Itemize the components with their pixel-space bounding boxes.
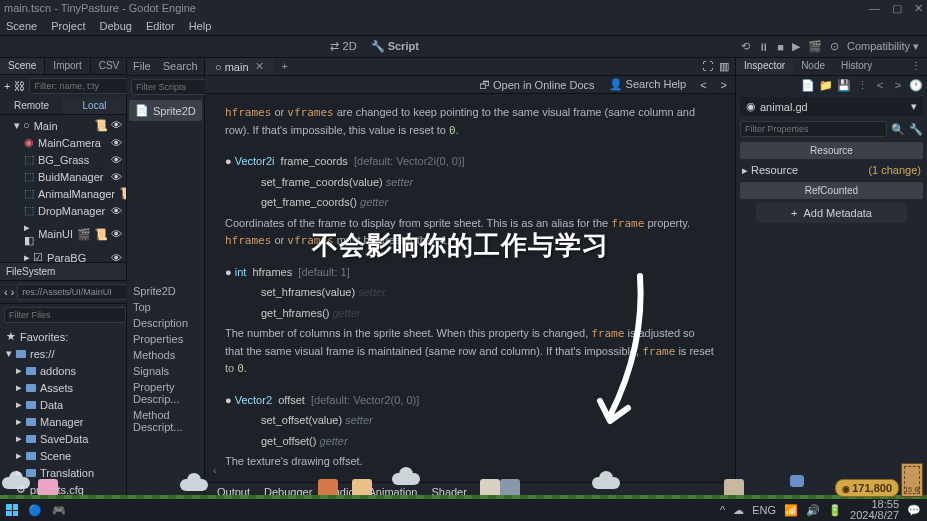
script-list-item[interactable]: 📄Sprite2D xyxy=(129,100,202,121)
nav-back-icon[interactable]: ‹ xyxy=(4,286,8,298)
tab-inspector[interactable]: Inspector xyxy=(736,58,793,75)
section-refcounted[interactable]: RefCounted xyxy=(740,182,923,199)
remote-tab[interactable]: Remote xyxy=(0,97,63,114)
minimize-icon[interactable]: — xyxy=(869,2,880,15)
fs-favorites[interactable]: ★Favorites: xyxy=(0,328,126,345)
menu-editor[interactable]: Editor xyxy=(146,20,175,32)
battery-icon[interactable]: 🔋 xyxy=(828,504,842,517)
fs-filter-input[interactable] xyxy=(4,307,126,323)
tool-icon[interactable]: 🔧 xyxy=(909,123,923,136)
panel-icon[interactable]: ▥ xyxy=(719,60,729,73)
tab-history[interactable]: History xyxy=(833,58,880,75)
nav-fwd-icon[interactable]: > xyxy=(721,79,727,91)
tree-item[interactable]: ⬚AnimalManager📜👁 xyxy=(0,185,126,202)
outline-item[interactable]: Signals xyxy=(133,363,198,379)
section-resource-row[interactable]: ▸ Resource(1 change) xyxy=(736,161,927,180)
fs-root[interactable]: ▾res:// xyxy=(0,345,126,362)
maximize-icon[interactable]: ▢ xyxy=(892,2,902,15)
bottom-output[interactable]: Output xyxy=(217,486,250,498)
fwd-icon[interactable]: > xyxy=(891,79,905,92)
close-icon[interactable]: ✕ xyxy=(914,2,923,15)
notifications-icon[interactable]: 💬 xyxy=(907,504,921,517)
nav-back-icon[interactable]: < xyxy=(700,79,706,91)
fs-folder[interactable]: ▸Assets xyxy=(0,379,126,396)
link-icon[interactable]: ⛓ xyxy=(14,80,25,92)
section-resource[interactable]: Resource xyxy=(740,142,923,159)
outline-item[interactable]: Description xyxy=(133,315,198,331)
tab-node[interactable]: Node xyxy=(793,58,833,75)
history-icon[interactable]: 🕐 xyxy=(909,79,923,92)
scroll-left-icon[interactable]: ‹ xyxy=(213,462,217,479)
bottom-shader[interactable]: Shader xyxy=(431,486,466,498)
tray-cloud-icon[interactable]: ☁ xyxy=(733,504,744,517)
start-button[interactable] xyxy=(6,504,18,516)
run-icon[interactable]: ▶ xyxy=(792,40,800,53)
stop-icon[interactable]: ■ xyxy=(777,41,784,53)
tab-scene[interactable]: Scene xyxy=(0,58,45,74)
run-scene-icon[interactable]: 🎬 xyxy=(808,40,822,53)
new-tab-icon[interactable]: + xyxy=(274,58,296,75)
tree-item[interactable]: ⬚DropManager👁 xyxy=(0,202,126,219)
outline-item[interactable]: Top xyxy=(133,299,198,315)
windows-taskbar[interactable]: 🔵 🎮 ^ ☁ ENG 📶 🔊 🔋 18:55 2024/8/27 💬 xyxy=(0,499,927,521)
taskbar-app-icon[interactable]: 🔵 xyxy=(28,504,42,517)
outline-item[interactable]: Method Descript... xyxy=(133,407,198,435)
search-icon[interactable]: 🔍 xyxy=(891,123,905,136)
editor-tab[interactable]: ○ main✕ xyxy=(205,58,274,75)
movie-icon[interactable]: ⊙ xyxy=(830,40,839,53)
expand-icon[interactable]: ⛶ xyxy=(702,60,713,73)
back-icon[interactable]: < xyxy=(873,79,887,92)
workspace-script[interactable]: 🔧 Script xyxy=(371,40,419,53)
fs-file[interactable]: ⚙presets.cfg xyxy=(0,481,126,498)
local-tab[interactable]: Local xyxy=(63,97,126,114)
inspector-object[interactable]: ◉animal.gd▾ xyxy=(740,97,923,116)
outline-item[interactable]: Methods xyxy=(133,347,198,363)
menu-help[interactable]: Help xyxy=(189,20,212,32)
tab-import[interactable]: Import xyxy=(45,58,90,74)
tree-item[interactable]: ◉MainCamera👁 xyxy=(0,134,126,151)
bottom-debugger[interactable]: Debugger xyxy=(264,486,312,498)
script-menu-file[interactable]: File xyxy=(127,58,157,75)
save-icon[interactable]: 💾 xyxy=(837,79,851,92)
add-node-icon[interactable]: + xyxy=(4,80,10,92)
tray-chevron-icon[interactable]: ^ xyxy=(720,504,725,516)
fs-folder[interactable]: ▸Data xyxy=(0,396,126,413)
tree-item[interactable]: ▸ ☑ParaBG👁 xyxy=(0,249,126,262)
online-docs-link[interactable]: 🗗 Open in Online Docs xyxy=(479,79,595,91)
folder-icon[interactable]: 📁 xyxy=(819,79,833,92)
close-tab-icon[interactable]: ✕ xyxy=(255,60,264,73)
menu-scene[interactable]: Scene xyxy=(6,20,37,32)
tree-item[interactable]: ▾ ○Main📜👁 xyxy=(0,117,126,134)
tree-item[interactable]: ▸ ◧MainUI🎬📜👁 xyxy=(0,219,126,249)
bottom-animation[interactable]: Animation xyxy=(369,486,418,498)
taskbar-app-icon[interactable]: 🎮 xyxy=(52,504,66,517)
renderer-dropdown[interactable]: Compatibility ▾ xyxy=(847,40,919,53)
bottom-audio[interactable]: Audio xyxy=(326,486,354,498)
outline-item[interactable]: Property Descrip... xyxy=(133,379,198,407)
tab-csv[interactable]: CSV xyxy=(91,58,129,74)
more-icon[interactable]: ⋮ xyxy=(855,79,869,92)
workspace-2d[interactable]: ⇄ 2D xyxy=(330,40,356,53)
fs-folder[interactable]: ▸addons xyxy=(0,362,126,379)
language-indicator[interactable]: ENG xyxy=(752,504,776,516)
play-icon[interactable]: ⟲ xyxy=(741,40,750,53)
menu-debug[interactable]: Debug xyxy=(99,20,131,32)
fs-folder[interactable]: ▸SaveData xyxy=(0,430,126,447)
menu-project[interactable]: Project xyxy=(51,20,85,32)
dock-menu-icon[interactable]: ⋮ xyxy=(905,58,927,75)
volume-icon[interactable]: 🔊 xyxy=(806,504,820,517)
inspector-filter-input[interactable] xyxy=(740,121,887,137)
script-menu-search[interactable]: Search xyxy=(157,58,204,75)
fs-folder[interactable]: ▸Translation xyxy=(0,464,126,481)
tree-item[interactable]: ⬚BuidManager👁 xyxy=(0,168,126,185)
add-metadata-button[interactable]: +Add Metadata xyxy=(756,203,907,223)
clock-date[interactable]: 2024/8/27 xyxy=(850,510,899,521)
fs-folder[interactable]: ▸Scene xyxy=(0,447,126,464)
pause-icon[interactable]: ⏸ xyxy=(758,41,769,53)
tree-item[interactable]: ⬚BG_Grass👁 xyxy=(0,151,126,168)
fs-folder[interactable]: ▸Manager xyxy=(0,413,126,430)
path-input[interactable] xyxy=(17,284,139,300)
nav-fwd-icon[interactable]: › xyxy=(11,286,15,298)
file-icon[interactable]: 📄 xyxy=(801,79,815,92)
search-help-link[interactable]: 👤 Search Help xyxy=(609,78,687,91)
